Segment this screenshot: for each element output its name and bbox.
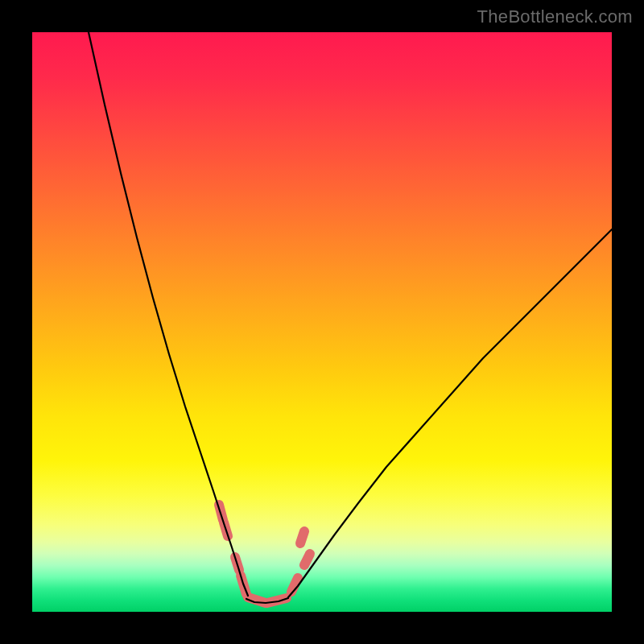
plot-area [32,32,612,612]
marker-segment [304,554,310,565]
right-curve [288,229,612,597]
chart-frame: TheBottleneck.com [0,0,644,644]
curve-layer [32,32,612,612]
watermark-text: TheBottleneck.com [477,6,633,27]
marker-segment [300,531,304,543]
